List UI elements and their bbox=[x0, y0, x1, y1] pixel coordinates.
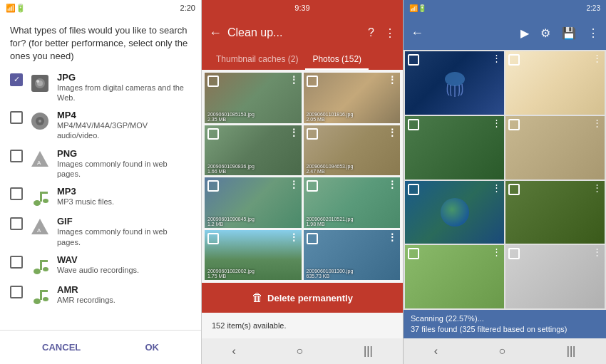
item-menu-icon[interactable]: ⋮ bbox=[289, 179, 299, 190]
gallery-item-menu[interactable]: ⋮ bbox=[592, 53, 602, 63]
gallery-nav-home[interactable]: ○ bbox=[499, 345, 506, 358]
gallery-item-menu[interactable]: ⋮ bbox=[492, 246, 501, 257]
gallery-item-checkbox[interactable] bbox=[408, 184, 419, 195]
wav-checkbox[interactable] bbox=[10, 256, 23, 269]
item-checkbox[interactable] bbox=[207, 76, 219, 87]
gallery-nav-back[interactable]: ‹ bbox=[434, 345, 438, 358]
gif-checkbox[interactable] bbox=[10, 217, 23, 230]
items-count: 152 item(s) available. bbox=[212, 321, 287, 330]
dialog-content: What types of files would you like to se… bbox=[0, 16, 201, 330]
gallery-item-checkbox[interactable] bbox=[508, 119, 520, 130]
grid-item[interactable]: ⋮ 20090601090845.jpg 1.2 MB bbox=[205, 177, 302, 228]
back-button[interactable]: ← bbox=[209, 26, 222, 41]
gallery-back-button[interactable]: ← bbox=[411, 26, 423, 41]
item-menu-icon[interactable]: ⋮ bbox=[289, 74, 299, 85]
item-checkbox[interactable] bbox=[307, 128, 318, 140]
amr-checkbox[interactable] bbox=[10, 286, 23, 298]
list-item[interactable]: A PNG Images commonly found in web pages… bbox=[10, 148, 191, 180]
gallery-item[interactable]: ⋮ bbox=[405, 116, 504, 180]
gallery-item[interactable]: ⋮ bbox=[405, 245, 504, 308]
grid-item[interactable]: ⋮ 20090601094653.jpg 2.47 MB bbox=[304, 125, 401, 176]
gallery-item[interactable]: ⋮ bbox=[405, 181, 504, 244]
delete-bar[interactable]: 🗑 Delete permanently bbox=[202, 283, 403, 313]
gif-icon: A bbox=[29, 216, 51, 239]
jpg-checkbox[interactable] bbox=[10, 73, 23, 86]
status-time-3: 2:23 bbox=[587, 4, 600, 12]
delete-button[interactable]: Delete permanently bbox=[267, 293, 353, 303]
amr-label: AMR bbox=[57, 284, 191, 295]
item-checkbox[interactable] bbox=[207, 128, 219, 140]
gallery-item-checkbox[interactable] bbox=[508, 184, 520, 195]
grid-item[interactable]: ⋮ 20090601090836.jpg 1.66 MB bbox=[205, 125, 302, 176]
grid-item[interactable]: ⋮ 20090601101816.jpg 2.05 MB bbox=[304, 73, 401, 123]
item-checkbox[interactable] bbox=[307, 76, 318, 87]
gallery-item-menu[interactable]: ⋮ bbox=[592, 182, 602, 193]
mp4-checkbox[interactable] bbox=[10, 111, 23, 124]
nav-recents-icon[interactable]: ||| bbox=[364, 345, 372, 358]
photo-grid: ⋮ 20090601085153.jpg 2.35 MB ⋮ 200906011… bbox=[202, 70, 403, 283]
grid-item[interactable]: ⋮ 20090601081300.jpg 635.73 KB bbox=[304, 230, 401, 281]
gallery-item-checkbox[interactable] bbox=[508, 54, 520, 66]
grid-item[interactable]: ⋮ 20090601085153.jpg 2.35 MB bbox=[205, 73, 302, 123]
settings-icon[interactable]: ⚙ bbox=[540, 26, 550, 40]
list-item[interactable]: JPG Images from digital cameras and the … bbox=[10, 72, 191, 103]
tab-thumbnail-caches[interactable]: Thumbnail caches (2) bbox=[209, 50, 305, 70]
wav-icon bbox=[29, 254, 51, 277]
cancel-button[interactable]: Cancel bbox=[28, 338, 95, 357]
item-checkbox[interactable] bbox=[207, 180, 219, 192]
item-menu-icon[interactable]: ⋮ bbox=[289, 232, 299, 243]
gallery-nav-recents[interactable]: ||| bbox=[567, 345, 575, 358]
gallery-item-checkbox[interactable] bbox=[508, 248, 520, 259]
list-item[interactable]: AMR AMR recordings. bbox=[10, 284, 191, 307]
item-checkbox[interactable] bbox=[307, 233, 318, 244]
gallery-item[interactable]: ⋮ bbox=[405, 51, 504, 115]
play-icon[interactable]: ▶ bbox=[520, 26, 529, 40]
item-menu-icon[interactable]: ⋮ bbox=[289, 127, 299, 138]
mp3-label: MP3 bbox=[57, 186, 191, 197]
list-item[interactable]: MP3 MP3 music files. bbox=[10, 186, 191, 209]
gallery-item-menu[interactable]: ⋮ bbox=[492, 118, 501, 128]
list-item[interactable]: WAV Wave audio recordings. bbox=[10, 254, 191, 277]
nav-back-icon[interactable]: ‹ bbox=[232, 345, 235, 358]
save-icon[interactable]: 💾 bbox=[562, 26, 576, 40]
gallery-item-menu[interactable]: ⋮ bbox=[592, 246, 602, 257]
item-menu-icon[interactable]: ⋮ bbox=[387, 74, 397, 85]
file-type-dialog: 📶🔋 2:20 What types of files would you li… bbox=[0, 0, 202, 364]
mp3-checkbox[interactable] bbox=[10, 187, 23, 200]
grid-item[interactable]: ⋮ 20090602010521.jpg 1.98 MB bbox=[304, 177, 401, 228]
gallery-item-checkbox[interactable] bbox=[408, 54, 419, 66]
png-desc: Images commonly found in web pages. bbox=[57, 159, 191, 180]
gallery-item-menu[interactable]: ⋮ bbox=[592, 118, 602, 128]
gallery-item[interactable]: ⋮ bbox=[505, 116, 605, 180]
gallery-item[interactable]: ⋮ bbox=[505, 245, 605, 308]
item-menu-icon[interactable]: ⋮ bbox=[387, 232, 397, 243]
item-checkbox[interactable] bbox=[207, 233, 219, 244]
filename: 20090601081300.jpg bbox=[307, 269, 398, 274]
help-icon[interactable]: ? bbox=[368, 26, 374, 40]
item-menu-icon[interactable]: ⋮ bbox=[387, 127, 397, 138]
status-icons-left: 📶🔋 bbox=[6, 4, 26, 13]
gallery-item-checkbox[interactable] bbox=[408, 119, 419, 130]
gallery-item-checkbox[interactable] bbox=[408, 248, 419, 259]
tab-photos[interactable]: Photos (152) bbox=[305, 50, 369, 70]
filesize: 1.2 MB bbox=[207, 222, 299, 227]
gallery-item[interactable]: ⋮ bbox=[505, 181, 605, 244]
png-checkbox[interactable] bbox=[10, 150, 23, 162]
list-item[interactable]: A GIF Images commonly found in web pages… bbox=[10, 216, 191, 247]
list-item[interactable]: MP4 MP4/M4V/M4A/3GP/MOV audio/video. bbox=[10, 110, 191, 141]
filesize: 1.75 MB bbox=[207, 274, 299, 279]
more-icon[interactable]: ⋮ bbox=[384, 26, 396, 40]
grid-item[interactable]: ⋮ 20090601082002.jpg 1.75 MB bbox=[205, 230, 302, 281]
svg-rect-22 bbox=[40, 290, 48, 292]
more-options-icon[interactable]: ⋮ bbox=[587, 26, 599, 40]
wav-desc: Wave audio recordings. bbox=[57, 265, 191, 275]
nav-home-icon[interactable]: ○ bbox=[297, 345, 304, 358]
item-checkbox[interactable] bbox=[307, 180, 318, 192]
item-menu-icon[interactable]: ⋮ bbox=[387, 179, 397, 190]
svg-point-10 bbox=[43, 199, 48, 203]
gallery-item-menu[interactable]: ⋮ bbox=[492, 53, 501, 63]
gallery-item[interactable]: ⋮ bbox=[505, 51, 605, 115]
gallery-item-menu[interactable]: ⋮ bbox=[492, 182, 501, 193]
filesize: 2.47 MB bbox=[307, 169, 398, 174]
ok-button[interactable]: OK bbox=[130, 338, 173, 357]
